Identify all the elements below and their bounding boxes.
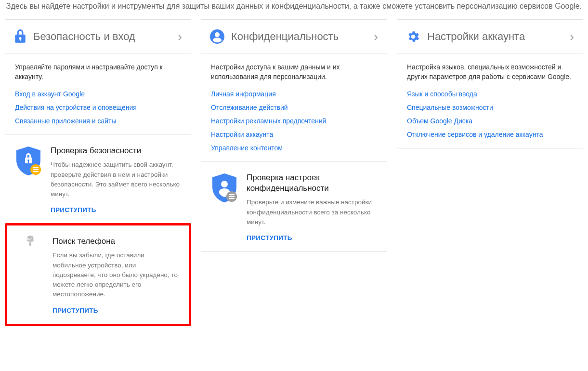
link-accessibility[interactable]: Специальные возможности xyxy=(407,104,573,111)
privacy-column: Конфиденциальность › Настройки доступа к… xyxy=(201,19,387,252)
shield-lock-icon xyxy=(15,146,41,176)
privacy-desc: Настройки доступа к вашим данным и их ис… xyxy=(211,63,377,81)
find-phone-start-button[interactable]: ПРИСТУПИТЬ xyxy=(52,307,98,314)
privacy-checkup-desc: Проверьте и измените важные настройки ко… xyxy=(247,198,377,227)
privacy-checkup-card: Проверка настроек конфиденциальности Про… xyxy=(201,161,387,251)
settings-column: Настройки аккаунта › Настройка языков, с… xyxy=(397,19,583,148)
link-language-input[interactable]: Язык и способы ввода xyxy=(407,90,573,98)
settings-title: Настройки аккаунта xyxy=(427,30,570,43)
security-column: Безопасность и вход › Управляйте паролям… xyxy=(5,19,191,326)
settings-header[interactable]: Настройки аккаунта › xyxy=(397,20,583,54)
link-personal-info[interactable]: Личная информация xyxy=(211,90,377,98)
phone-question-icon: ? xyxy=(29,237,31,245)
settings-links: Язык и способы ввода Специальные возможн… xyxy=(407,90,573,138)
link-ads-settings[interactable]: Настройки рекламных предпочтений xyxy=(211,117,377,125)
security-checkup-card: Проверка безопасности Чтобы надежнее защ… xyxy=(5,134,191,223)
link-connected-apps[interactable]: Связанные приложения и сайты xyxy=(15,117,181,125)
svg-rect-1 xyxy=(33,167,39,168)
chevron-right-icon: › xyxy=(178,30,182,43)
privacy-links: Личная информация Отслеживание действий … xyxy=(211,90,377,152)
security-links: Вход в аккаунт Google Действия на устрой… xyxy=(15,90,181,125)
gear-icon xyxy=(406,29,420,44)
shield-person-icon xyxy=(211,173,237,203)
privacy-title: Конфиденциальность xyxy=(231,30,374,43)
link-delete-services[interactable]: Отключение сервисов и удаление аккаунта xyxy=(407,131,573,138)
security-title: Безопасность и вход xyxy=(33,30,178,43)
svg-rect-10 xyxy=(229,198,235,199)
link-device-activity[interactable]: Действия на устройстве и оповещения xyxy=(15,104,181,111)
lock-icon xyxy=(14,29,26,44)
security-header[interactable]: Безопасность и вход › xyxy=(5,20,191,54)
settings-desc: Настройка языков, специальных возможност… xyxy=(407,63,573,81)
find-phone-title: Поиск телефона xyxy=(52,236,179,247)
svg-point-5 xyxy=(215,32,220,37)
security-checkup-title: Проверка безопасности xyxy=(51,146,181,156)
person-icon xyxy=(210,29,224,44)
svg-rect-3 xyxy=(33,171,39,172)
link-activity-controls[interactable]: Отслеживание действий xyxy=(211,104,377,111)
link-account-settings[interactable]: Настройки аккаунта xyxy=(211,131,377,138)
svg-point-6 xyxy=(221,181,228,187)
privacy-checkup-start-button[interactable]: ПРИСТУПИТЬ xyxy=(247,234,292,241)
privacy-checkup-title: Проверка настроек конфиденциальности xyxy=(247,172,377,194)
link-content-controls[interactable]: Управление контентом xyxy=(211,144,377,152)
security-checkup-desc: Чтобы надежнее защитить свой аккаунт, пр… xyxy=(51,160,181,199)
link-signin-google[interactable]: Вход в аккаунт Google xyxy=(15,90,181,98)
security-checkup-start-button[interactable]: ПРИСТУПИТЬ xyxy=(51,206,96,213)
chevron-right-icon: › xyxy=(374,30,378,43)
chevron-right-icon: › xyxy=(570,30,574,43)
svg-rect-9 xyxy=(229,196,235,197)
privacy-header[interactable]: Конфиденциальность › xyxy=(201,20,387,54)
security-desc: Управляйте паролями и настраивайте досту… xyxy=(15,63,181,81)
svg-rect-8 xyxy=(229,194,235,195)
svg-rect-2 xyxy=(33,169,39,170)
find-phone-desc: Если вы забыли, где оставили мобильное у… xyxy=(52,251,179,299)
columns: Безопасность и вход › Управляйте паролям… xyxy=(5,19,583,326)
link-drive-storage[interactable]: Объем Google Диска xyxy=(407,117,573,125)
find-phone-card: ? Поиск телефона Если вы забыли, где ост… xyxy=(5,223,191,326)
page-intro: Здесь вы найдете настройки и инструменты… xyxy=(5,0,583,19)
